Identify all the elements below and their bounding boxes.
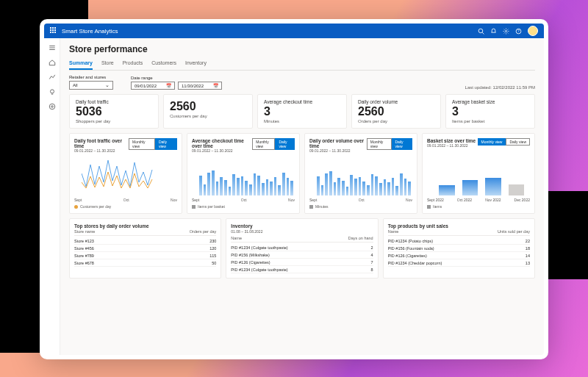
date-from[interactable]: 09/01/2022 (131, 82, 175, 90)
toggle-checkout[interactable]: Monthly viewDaily view (252, 138, 295, 150)
side-nav (44, 38, 60, 355)
toggle-basket[interactable]: Monthly viewDaily view (478, 138, 530, 146)
svg-line-1 (482, 32, 484, 34)
kpi-order-volume: Daily order volume2560Orders per day (351, 94, 441, 129)
toggle-order-vol[interactable]: Monthly viewDaily view (367, 138, 412, 150)
svg-point-8 (50, 90, 54, 93)
table-top-stores: Top stores by daily order volume Store n… (69, 218, 221, 279)
chart-basket-size: Basket size over time09.01.2022 – 11.30.… (422, 133, 535, 214)
svg-point-0 (478, 29, 483, 33)
retailer-select[interactable]: All (69, 81, 113, 90)
kpi-customers: 2560Customers per day (163, 94, 253, 129)
kpi-basket-size: Average basket size3Items per basket (445, 94, 535, 129)
tab-store[interactable]: Store (101, 59, 114, 70)
kpi-foot-traffic: Daily foot traffic5036Shoppers per day (69, 94, 159, 129)
svg-point-10 (51, 106, 53, 108)
retailer-label: Retailer and stores (69, 75, 113, 79)
daterange-label: Date range (131, 76, 222, 80)
chart-foot-traffic: Daily foot traffic over time09.01.2022 –… (69, 133, 182, 214)
table-inventory: Inventory 01.08 – 31.08.2022 NameDays on… (226, 218, 378, 279)
nav-settings-icon[interactable] (49, 103, 56, 110)
table-row[interactable]: Store #67850 (74, 259, 216, 267)
table-row[interactable]: PID #126 (Cigarettes)7 (231, 259, 373, 266)
tab-summary[interactable]: Summary (69, 59, 93, 70)
search-icon[interactable] (478, 28, 484, 35)
chart-order-volume: Daily order volume over time09.01.2022 –… (304, 133, 417, 214)
table-row[interactable]: PID #1234 (Colgate toothpaste)8 (231, 266, 373, 273)
table-row[interactable]: PID #156 (Fountain soda)18 (388, 245, 530, 252)
table-row[interactable]: Store #789115 (74, 252, 216, 259)
gear-icon[interactable] (503, 28, 509, 35)
nav-light-icon[interactable] (49, 88, 56, 96)
table-row[interactable]: PID #156 (Milkshake)4 (231, 251, 373, 259)
table-row[interactable]: Store #123230 (74, 237, 216, 245)
tab-customers[interactable]: Customers (151, 59, 176, 70)
app-title: Smart Store Analytics (62, 28, 478, 35)
bell-icon[interactable] (490, 28, 497, 35)
kpi-checkout-time: Average checkout time3Minutes (257, 94, 347, 129)
nav-menu-icon[interactable] (49, 44, 56, 51)
table-row[interactable]: Store #456120 (74, 245, 216, 252)
tab-products[interactable]: Products (123, 59, 143, 70)
table-row[interactable]: PID #1234 (Potato chips)22 (388, 237, 530, 245)
help-icon[interactable]: ? (515, 28, 522, 35)
table-row[interactable]: PID #1234 (Colgate toothpaste)2 (231, 244, 373, 251)
last-updated: Last updated: 12/02/2022 11:59 PM (465, 85, 535, 90)
kpi-row: Daily foot traffic5036Shoppers per day 2… (69, 94, 535, 129)
tab-inventory[interactable]: Inventory (185, 59, 207, 70)
tab-bar: Summary Store Products Customers Invento… (69, 59, 535, 71)
nav-home-icon[interactable] (49, 59, 56, 66)
chart-checkout-time: Average checkout time over time09.01.202… (187, 133, 300, 214)
svg-point-2 (505, 30, 506, 32)
app-window: Smart Store Analytics ? Store performanc… (40, 19, 548, 359)
date-to[interactable]: 11/30/2022 (178, 82, 222, 90)
table-row[interactable]: PID #126 (Cigarettes)14 (388, 252, 530, 259)
table-top-products: Top products by unit sales NameUnits sol… (383, 218, 535, 279)
titlebar: Smart Store Analytics ? (44, 24, 544, 38)
svg-point-11 (49, 104, 55, 109)
page-title: Store performance (69, 44, 535, 54)
toggle-foot-traffic[interactable]: Monthly viewDaily view (129, 138, 177, 150)
svg-text:?: ? (517, 29, 520, 33)
table-row[interactable]: PID #1234 (Cheddar popcorn)13 (388, 259, 530, 267)
avatar[interactable] (528, 26, 538, 36)
waffle-icon[interactable] (50, 27, 57, 35)
nav-chart-icon[interactable] (49, 73, 56, 81)
